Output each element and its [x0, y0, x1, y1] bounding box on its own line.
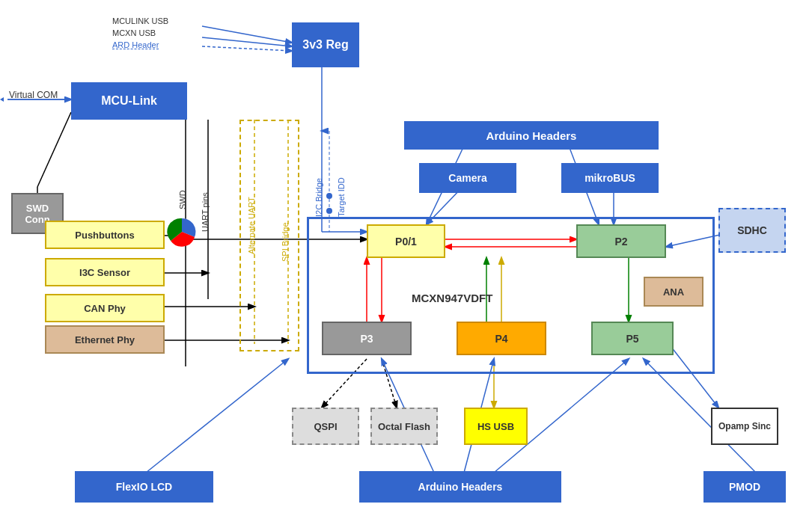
qspi-label: QSPI [314, 421, 337, 432]
p5-block: P5 [591, 322, 674, 355]
target-idd-label: Target IDD [337, 177, 346, 217]
p3-block: P3 [322, 322, 412, 355]
pmod-block: PMOD [703, 471, 786, 503]
svg-point-18 [326, 208, 332, 214]
3v3-reg-block: 3v3 Reg [292, 22, 359, 67]
swd-label: SWD [178, 190, 187, 209]
ard-header-label: ARD Header [112, 40, 159, 49]
pmod-label: PMOD [729, 481, 760, 493]
sdhc-label: SDHC [737, 224, 767, 236]
i3c-sensor-block: I3C Sensor [45, 258, 165, 286]
pie-chart [167, 217, 197, 247]
can-phy-label: CAN Phy [84, 303, 126, 314]
p2-block: P2 [576, 224, 666, 258]
p5-label: P5 [626, 333, 638, 345]
svg-line-8 [37, 112, 71, 187]
pushbuttons-block: Pushbuttons [45, 221, 165, 249]
3v3-reg-label: 3v3 Reg [302, 37, 348, 52]
qspi-block: QSPI [292, 408, 359, 445]
uart-pins-label: UART pins [201, 192, 210, 232]
mcu-link-block: MCU-Link [71, 82, 187, 120]
svg-line-4 [202, 26, 292, 43]
mikrobus-label: mikroBUS [584, 172, 635, 184]
can-phy-block: CAN Phy [45, 294, 165, 322]
ethernet-phy-label: Ethernet Phy [75, 334, 135, 345]
mcu-link-label: MCU-Link [101, 94, 157, 108]
ana-block: ANA [644, 277, 703, 307]
arduino-headers-bottom-block: Arduino Headers [359, 471, 561, 503]
svg-line-5 [202, 37, 292, 46]
octal-flash-block: Octal Flash [370, 408, 438, 445]
opamp-sinc-label: Opamp Sinc [718, 421, 771, 431]
svg-marker-3 [0, 97, 4, 102]
flexio-lcd-label: FlexIO LCD [116, 481, 172, 493]
mcxn-label: MCXN947VDFT [412, 292, 492, 304]
octal-flash-label: Octal Flash [378, 421, 430, 432]
diagram: 3v3 Reg MCU-Link Arduino Headers Camera … [0, 0, 812, 510]
virtual-com-label: Virtual COM [9, 90, 58, 100]
spi-bridge-label: SPI Bridge [281, 222, 290, 262]
ana-label: ANA [663, 286, 684, 298]
p2-label: P2 [614, 236, 627, 248]
hs-usb-label: HS USB [477, 421, 514, 432]
arduino-headers-bottom-label: Arduino Headers [418, 481, 503, 493]
svg-line-36 [146, 359, 288, 473]
pushbuttons-label: Pushbuttons [75, 230, 134, 241]
camera-label: Camera [448, 172, 486, 184]
camera-block: Camera [419, 163, 516, 193]
p4-label: P4 [495, 333, 507, 345]
p3-label: P3 [360, 333, 373, 345]
alternate-uart-label: Alternate UART [247, 197, 256, 254]
p4-block: P4 [457, 322, 546, 355]
arduino-headers-top-block: Arduino Headers [404, 121, 659, 150]
arduino-headers-top-label: Arduino Headers [486, 129, 577, 142]
svg-point-17 [326, 193, 332, 199]
opamp-sinc-block: Opamp Sinc [711, 408, 778, 445]
i3c-sensor-label: I3C Sensor [79, 267, 130, 278]
mcxn-usb-label: MCXN USB [112, 28, 156, 37]
i2c-bridge-label: I2C Bridge [314, 178, 323, 217]
p01-block: P0/1 [367, 224, 445, 258]
svg-line-6 [202, 46, 292, 51]
mculink-usb-label: MCULINK USB [112, 16, 168, 25]
flexio-lcd-block: FlexIO LCD [75, 471, 213, 503]
sdhc-block: SDHC [718, 208, 786, 253]
ethernet-phy-block: Ethernet Phy [45, 325, 165, 354]
hs-usb-block: HS USB [464, 408, 528, 445]
mikrobus-block: mikroBUS [561, 163, 659, 193]
p01-label: P0/1 [395, 236, 417, 248]
